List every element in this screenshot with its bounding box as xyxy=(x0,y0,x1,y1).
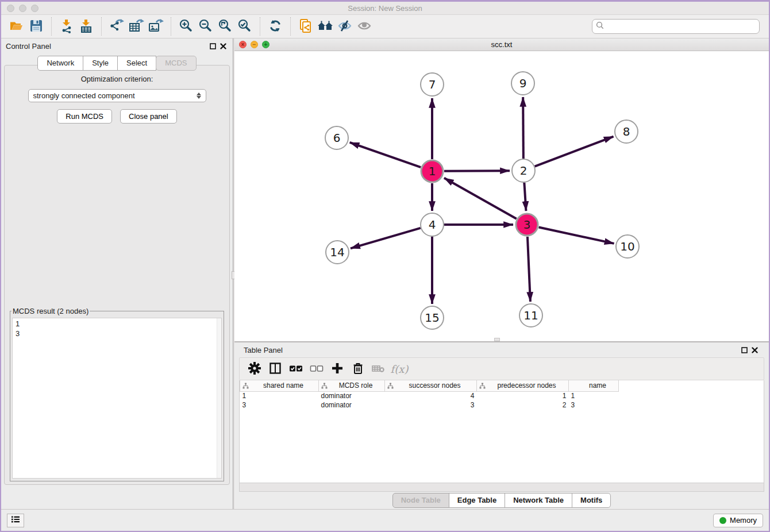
zoom-out-button[interactable] xyxy=(196,17,215,36)
mcds-result-line: 3 xyxy=(16,329,218,338)
mcds-result-area[interactable]: 13 xyxy=(12,318,222,479)
refresh-view-button[interactable] xyxy=(265,17,285,36)
column-header-predecessor-nodes[interactable]: predecessor nodes xyxy=(477,380,569,391)
toolbar-separator xyxy=(260,17,260,36)
canvas-splitter-grip[interactable] xyxy=(494,338,500,341)
tab-style[interactable]: Style xyxy=(83,56,118,71)
save-icon xyxy=(29,18,44,35)
import-network-button[interactable] xyxy=(57,17,76,36)
zoom-fit-button[interactable] xyxy=(215,17,235,36)
export-image-button[interactable] xyxy=(146,17,165,36)
graph-node-label: 4 xyxy=(429,218,436,232)
column-header-name[interactable]: name xyxy=(569,380,619,391)
mcds-result-line: 1 xyxy=(16,319,218,329)
table-hscroll[interactable] xyxy=(239,483,764,492)
save-session-button[interactable] xyxy=(26,17,46,36)
application-window: Session: New Session xyxy=(1,2,769,531)
select-all-button[interactable] xyxy=(287,360,305,378)
hierarchy-icon xyxy=(479,383,486,391)
close-panel-button[interactable] xyxy=(218,41,228,51)
graph-node-label: 15 xyxy=(425,311,439,325)
graph-edge-3-11[interactable] xyxy=(528,237,530,302)
first-neighbors-button[interactable] xyxy=(315,17,335,36)
tab-motifs[interactable]: Motifs xyxy=(572,493,611,508)
column-header-mcds-role[interactable]: MCDS role xyxy=(319,380,385,391)
toolbar-separator xyxy=(171,17,171,36)
graph-edge-1-2[interactable] xyxy=(444,171,510,171)
float-table-panel-button[interactable] xyxy=(739,345,749,354)
zoom-in-icon xyxy=(179,18,194,35)
criterion-label: Optimization criterion: xyxy=(5,75,229,83)
table-panel-header: Table Panel xyxy=(239,342,764,357)
network-graph[interactable]: 1234678910111415 xyxy=(234,51,769,341)
tab-network-table[interactable]: Network Table xyxy=(505,493,572,508)
show-columns-button[interactable] xyxy=(266,360,284,378)
graph-edge-4-14[interactable] xyxy=(351,228,421,248)
graph-edge-2-8[interactable] xyxy=(535,137,614,167)
import-network-icon xyxy=(59,18,74,35)
deselect-all-button[interactable] xyxy=(307,360,326,378)
table-panel: Table Panel xyxy=(234,342,769,509)
table-row[interactable]: 1dominator411 xyxy=(240,391,619,400)
memory-button[interactable]: Memory xyxy=(713,514,763,527)
add-column-button[interactable] xyxy=(328,360,346,378)
tab-node-table[interactable]: Node Table xyxy=(392,493,449,508)
close-panel-button-mcds[interactable]: Close panel xyxy=(120,109,177,124)
hierarchy-icon xyxy=(387,383,394,391)
tab-edge-table[interactable]: Edge Table xyxy=(449,493,505,508)
clone-network-button[interactable] xyxy=(296,17,315,36)
graph-edge-1-6[interactable] xyxy=(350,142,421,167)
tab-mcds[interactable]: MCDS xyxy=(156,56,196,71)
network-canvas[interactable]: 1234678910111415 xyxy=(234,51,769,341)
result-scrollbar[interactable] xyxy=(217,318,221,478)
criterion-select[interactable]: strongly connected component xyxy=(28,89,206,102)
graph-node-label: 9 xyxy=(519,76,527,90)
task-history-button[interactable] xyxy=(7,514,24,527)
tab-select[interactable]: Select xyxy=(117,56,156,71)
search-box[interactable] xyxy=(592,19,760,34)
delete-table-button xyxy=(369,360,388,378)
graph-node-label: 10 xyxy=(620,240,634,253)
eye-icon xyxy=(356,18,372,35)
graph-node-label: 1 xyxy=(429,164,436,178)
toolbar-separator xyxy=(101,17,102,36)
export-table-button[interactable] xyxy=(126,17,146,36)
graph-node-label: 6 xyxy=(333,131,341,145)
table-row[interactable]: 3dominator323 xyxy=(240,400,619,410)
table-tabs: Node Table Edge Table Network Table Moti… xyxy=(239,492,764,509)
graph-edge-3-10[interactable] xyxy=(539,227,614,243)
export-network-button[interactable] xyxy=(107,17,126,36)
graph-edge-2-3[interactable] xyxy=(524,183,526,211)
show-details-button[interactable] xyxy=(355,17,374,36)
search-input[interactable] xyxy=(607,22,756,31)
toolbar-separator xyxy=(290,17,291,36)
hide-details-button[interactable] xyxy=(335,17,355,36)
node-table: shared name MCDS role successor nodes pr… xyxy=(239,380,764,483)
control-panel-title: Control Panel xyxy=(6,42,51,51)
close-table-panel-button[interactable] xyxy=(749,345,760,354)
graph-node-label: 3 xyxy=(523,218,531,232)
run-mcds-button[interactable]: Run MCDS xyxy=(57,109,112,124)
graph-edge-2-9[interactable] xyxy=(523,97,523,159)
refresh-icon xyxy=(268,18,283,35)
trash-icon xyxy=(352,362,364,376)
memory-status-icon xyxy=(719,517,726,524)
export-image-icon xyxy=(148,18,164,35)
graph-node-label: 11 xyxy=(523,309,538,322)
column-header-shared-name[interactable]: shared name xyxy=(240,380,319,391)
import-table-icon xyxy=(79,18,94,35)
float-panel-button[interactable] xyxy=(207,41,218,51)
delete-column-button[interactable] xyxy=(349,360,367,378)
tab-network[interactable]: Network xyxy=(37,56,83,71)
houses-icon xyxy=(317,18,334,35)
zoom-selected-button[interactable] xyxy=(235,17,255,36)
table-settings-button[interactable] xyxy=(245,360,264,378)
open-session-button[interactable] xyxy=(7,17,26,36)
gear-icon xyxy=(248,362,261,376)
control-panel-tabs: Network Style Select MCDS xyxy=(1,56,233,71)
search-icon xyxy=(596,21,605,32)
zoom-in-button[interactable] xyxy=(176,17,196,36)
import-table-button[interactable] xyxy=(76,17,96,36)
graph-edge-3-1[interactable] xyxy=(444,178,517,219)
column-header-successor-nodes[interactable]: successor nodes xyxy=(385,380,477,391)
